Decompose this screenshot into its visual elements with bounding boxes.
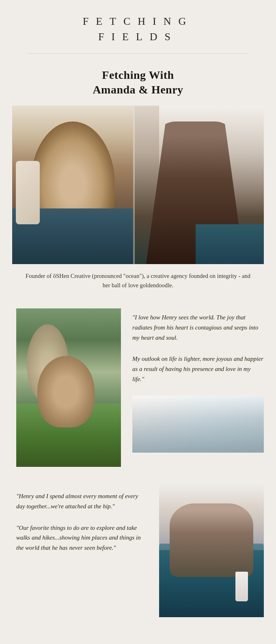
grass-overlay	[16, 403, 121, 467]
header-divider	[28, 53, 248, 54]
hero-caption: Founder of õSHen Creative (pronounced "o…	[0, 264, 276, 302]
bottom-quote-1: "Henry and I spend almost every moment o…	[16, 491, 148, 512]
hero-image	[12, 106, 264, 264]
small-image-right	[132, 396, 264, 453]
bottom-quotes-left: "Henry and I spend almost every moment o…	[16, 483, 148, 564]
outdoor-photo	[16, 308, 121, 467]
bottom-quote-2: "Our favorite things to do are to explor…	[16, 523, 148, 553]
couch-photo	[159, 483, 264, 617]
quote-text-right: "I love how Henry sees the world. The jo…	[132, 308, 264, 453]
quote-block-1: "I love how Henry sees the world. The jo…	[132, 312, 264, 343]
hero-image-inner	[12, 106, 264, 264]
article-heading: Fetching With Amanda & Henry	[8, 68, 268, 98]
quote-block-2: My outlook on life is lighter, more joyo…	[132, 354, 264, 384]
bottom-image-right	[159, 483, 264, 617]
hero-divider	[133, 106, 135, 264]
window-light	[159, 483, 264, 550]
site-header: FETCHING FIELDS	[0, 0, 276, 51]
logo-line1: FETCHING	[8, 15, 268, 28]
quote-image-left	[16, 308, 121, 467]
logo-line2: FIELDS	[8, 31, 268, 43]
page-wrapper: FETCHING FIELDS Fetching With Amanda & H…	[0, 0, 276, 629]
bottom-section: "Henry and I spend almost every moment o…	[0, 475, 276, 629]
article-title-block: Fetching With Amanda & Henry	[0, 56, 276, 106]
quote-section: "I love how Henry sees the world. The jo…	[0, 302, 276, 475]
cup-decoration	[235, 572, 248, 601]
hero-image-container	[12, 106, 264, 264]
couch-decoration	[196, 224, 264, 264]
pillow-decoration	[16, 161, 40, 224]
hero-right-panel	[133, 106, 264, 264]
hero-left-panel	[12, 106, 133, 264]
